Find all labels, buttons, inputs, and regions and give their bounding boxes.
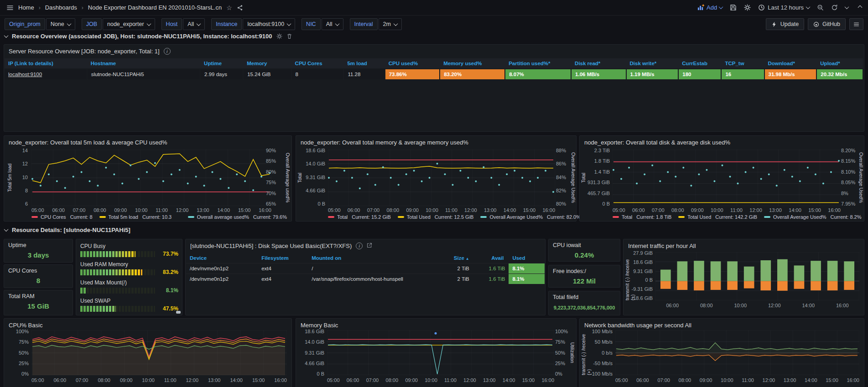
table-cell: 16 [721,69,764,79]
details-row-header[interactable]: Resource Details: [slutnode-NUC11PAHi5] [5,227,130,233]
variable-value-dropdown[interactable]: 2m [379,18,402,30]
used-cell: 8.1% [509,274,545,284]
row-delete-trash-icon[interactable] [286,33,292,39]
legend-item[interactable]: Total UsedCurrent: 142.2 GiB [678,214,757,220]
time-range-picker[interactable]: Last 12 hours [758,4,810,11]
overview-row-header[interactable]: Resource Overview (associated JOB), Host… [5,33,292,40]
breadcrumb-dashboards[interactable]: Dashboards [45,4,77,11]
total-filefd-stat-panel: Total filefd 9,223,372,036,854,776,000 [548,291,620,315]
breadcrumb-home[interactable]: Home [18,4,34,11]
panel-title[interactable]: node_exporter: Overall total disk & aver… [584,139,730,146]
chart-plot [328,150,555,206]
share-icon[interactable] [237,5,243,11]
table-column-header[interactable]: Device [186,253,258,263]
stat-label[interactable]: CPU Cores [8,268,37,274]
stat-label[interactable]: Uptime [8,242,26,248]
kiosk-menu-button[interactable] [849,18,863,30]
add-panel-button[interactable]: Add [697,4,722,11]
table-column-header[interactable]: Disk write* [626,58,679,69]
legend-swatch [31,216,38,218]
stat-label[interactable]: Total filefd [553,294,578,300]
size-cell: 2 TiB [441,274,473,284]
row-settings-gear-icon[interactable] [276,33,282,39]
legend-swatch [764,216,770,218]
internet-traffic-panel: Internet traffic per hour All transmit (… [623,239,864,315]
variable-value-dropdown[interactable]: None [46,18,75,30]
panel-title[interactable]: Memory Basic [301,322,338,329]
table-column-header[interactable]: CPU Cores [291,58,344,69]
table-column-header[interactable]: Memory [243,58,291,69]
table-column-header[interactable]: 5m load [343,58,385,69]
table-cell: 8.07% [505,69,571,79]
table-cell: 73.86% [385,69,440,79]
avail-cell: 1.6 TiB [473,274,509,284]
refresh-icon[interactable] [831,4,838,11]
table-column-header[interactable]: CurrEstab [678,58,721,69]
table-column-header[interactable]: Memory used% [440,58,505,69]
hamburger-menu-icon[interactable] [6,4,14,11]
save-dashboard-icon[interactable] [730,4,737,11]
table-row: localhost:9100 slutnode-NUC11PAHi5 2.99 … [5,69,863,79]
panel-title[interactable]: [slutnode-NUC11PAHi5] : Disk Space Used … [190,243,372,249]
collapse-nav-icon[interactable] [858,5,863,10]
table-column-header[interactable]: Mounted on [308,253,441,263]
panel-title[interactable]: Network bandwidth usage per second All [584,322,691,329]
zoom-out-time-icon[interactable] [817,4,824,11]
update-button[interactable]: Update [766,18,804,30]
stat-label[interactable]: Free inodes:/ [553,268,586,274]
table-column-header[interactable]: Used [509,253,545,263]
gauge-group: Used RAM Memory 83.2% [80,261,178,275]
table-cell: localhost:9100 [5,69,87,79]
variable-value-dropdown[interactable]: All [183,18,205,30]
table-column-header[interactable]: Hostname [87,58,200,69]
table-cell: 15.24 GiB [243,69,291,79]
legend-item[interactable]: Overall Average Used%Current: 8.2% [764,214,861,220]
table-column-header[interactable]: Partition used%* [505,58,571,69]
table-column-header[interactable]: Download* [764,58,817,69]
table-column-header[interactable]: Uptime [200,58,243,69]
y-axis-ticks-left: 14121086 [16,148,28,206]
legend-item[interactable]: Overall average used%Current: 79.6% [188,214,287,220]
gauge-bar [80,251,155,257]
chart-plot [31,150,271,206]
collapse-row-icon [4,33,9,38]
variable-value-dropdown[interactable]: localhost:9100 [243,18,295,30]
table-column-header[interactable]: TCP_tw [721,58,764,69]
legend-item[interactable]: CPU CoresCurrent: 8 [31,214,93,220]
legend-swatch [678,216,685,218]
stat-label[interactable]: Total RAM [8,293,35,299]
filesystem-cell: ext4 [258,274,308,284]
legend-item[interactable]: Overall Average Used%Current: 82.0% [480,214,581,220]
github-icon [813,21,819,27]
external-link-icon[interactable] [367,243,372,249]
variable-label: Instance [211,18,242,30]
table-column-header[interactable]: IP (Link to details) [5,58,87,69]
memory-basic-chart-panel: Memory Basic 18.6 GiB14.0 GiB9.31 GiB4.6… [296,318,577,387]
table-column-header[interactable]: Avail [473,253,509,263]
refresh-interval-dropdown-icon[interactable] [845,5,849,9]
panel-title[interactable]: node_exporter: Overall total memory & av… [301,139,468,146]
legend-item[interactable]: Total UsedCurrent: 12.5 GiB [398,214,474,220]
dashboard-settings-gear-icon[interactable] [744,4,751,11]
y-axis-ticks-left: 100 Mb/s50 Mb/s0 b/s-50 Mb/s-100 Mb/s [590,329,613,377]
legend-item[interactable]: Total 5m loadCurrent: 10.3 [99,214,172,220]
size-cell: 2 TiB [441,263,473,274]
panel-title[interactable]: CPU% Basic [9,322,42,329]
star-icon[interactable]: ☆ [226,4,232,11]
total-ram-stat-panel: Total RAM 15 GiB [4,290,73,315]
legend-item[interactable]: TotalCurrent: 15.2 GiB [328,214,391,220]
table-column-header[interactable]: Size▲ [441,253,473,263]
panel-title[interactable]: Server Resource Overview [JOB: node_expo… [9,48,171,55]
table-column-header[interactable]: CPU used% [385,58,440,69]
variable-value-dropdown[interactable]: node_exporter [103,18,155,30]
table-column-header[interactable]: Upload* [816,58,863,69]
panel-title[interactable]: node_exporter: Overall total 5m load & a… [9,139,167,146]
legend-item[interactable]: TotalCurrent: 1.8 TiB [613,214,671,220]
variable-value-dropdown[interactable]: All [322,18,343,30]
stat-label[interactable]: CPU iowait [553,242,581,248]
scrollbar-thumb[interactable] [176,311,181,314]
github-button[interactable]: GitHub [808,18,846,30]
table-column-header[interactable]: Disk read* [571,58,626,69]
panel-title[interactable]: Internet traffic per hour All [628,243,696,249]
table-column-header[interactable]: Filesystem [258,253,308,263]
